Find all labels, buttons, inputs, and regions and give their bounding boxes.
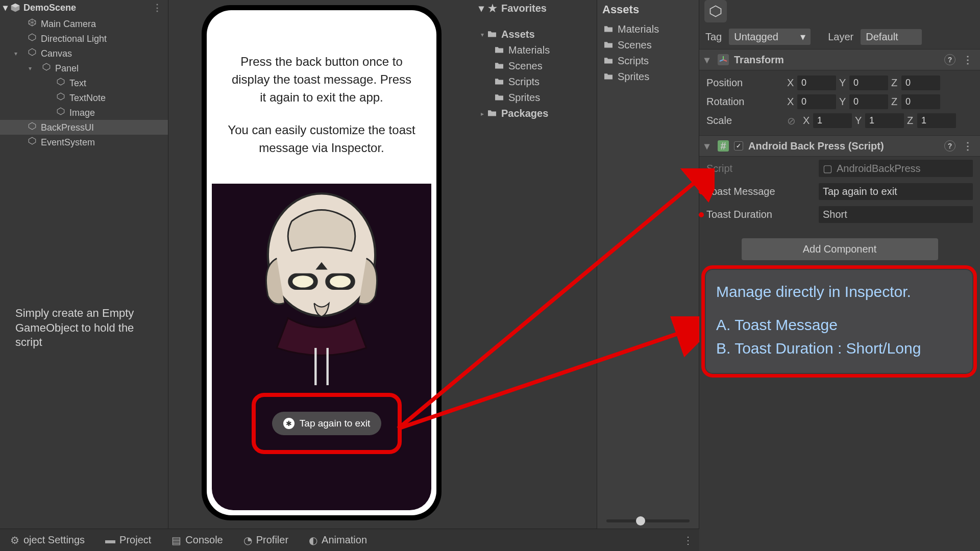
hierarchy-item-text[interactable]: Text bbox=[0, 76, 168, 90]
constrain-proportions-icon[interactable]: ⊘ bbox=[787, 115, 796, 127]
script-field-row: Script ▢ AndroidBackPress bbox=[699, 157, 980, 180]
svg-marker-11 bbox=[57, 108, 64, 115]
tab-profiler[interactable]: ◔Profiler bbox=[239, 531, 292, 549]
folder-icon bbox=[494, 92, 504, 104]
transform-icon bbox=[718, 54, 729, 65]
hierarchy-item-main-camera[interactable]: Main Camera bbox=[0, 16, 168, 31]
icon-size-slider[interactable] bbox=[606, 519, 690, 522]
scripts-folder[interactable]: Scripts bbox=[475, 74, 597, 90]
chevron-down-icon[interactable]: ▾ bbox=[478, 31, 487, 38]
hierarchy-item-image[interactable]: Image bbox=[0, 105, 168, 120]
chevron-down-icon[interactable]: ▾ bbox=[14, 50, 17, 57]
rotation-label: Rotation bbox=[706, 96, 783, 108]
hierarchy-item-label: Image bbox=[69, 108, 95, 118]
z-label: Z bbox=[891, 77, 899, 89]
bottom-tabs-menu-icon[interactable]: ⋮ bbox=[683, 534, 693, 546]
tab-project[interactable]: ▬Project bbox=[101, 531, 155, 549]
folder-label: Materials bbox=[508, 44, 550, 56]
svg-marker-9 bbox=[57, 78, 64, 85]
assets-folder[interactable]: ▾ Assets bbox=[475, 27, 597, 42]
hierarchy-item-label: Directional Light bbox=[41, 34, 107, 44]
position-x-input[interactable] bbox=[797, 76, 836, 90]
inspector-panel: Tag Untagged▾ Layer Default ▾ Transform … bbox=[699, 0, 980, 531]
tab-project-settings[interactable]: ⚙oject Settings bbox=[6, 531, 89, 549]
unity-logo-icon bbox=[10, 3, 20, 13]
transform-component-header[interactable]: ▾ Transform ? ⋮ bbox=[699, 49, 980, 70]
chevron-down-icon[interactable]: ▾ bbox=[479, 2, 484, 14]
hierarchy-note-text: Simply create an Empty GameObject to hol… bbox=[15, 306, 158, 350]
tag-label: Tag bbox=[705, 31, 722, 43]
layer-dropdown[interactable]: Default bbox=[861, 29, 922, 45]
gameobject-icon bbox=[28, 33, 37, 42]
folder-icon bbox=[494, 60, 504, 72]
grid-item-sprites[interactable]: Sprites bbox=[597, 69, 699, 85]
gameobject-icon bbox=[56, 107, 65, 116]
layer-label: Layer bbox=[828, 31, 853, 43]
phone-text-1: Press the back button once to display th… bbox=[227, 53, 416, 106]
gameobject-icon[interactable] bbox=[704, 0, 727, 22]
script-component-header[interactable]: ▾ # ✓ Android Back Press (Script) ? ⋮ bbox=[699, 135, 980, 157]
scenes-folder[interactable]: Scenes bbox=[475, 58, 597, 74]
position-y-input[interactable] bbox=[849, 76, 888, 90]
scale-label: Scale bbox=[706, 115, 783, 127]
chevron-down-icon[interactable]: ▾ bbox=[704, 140, 713, 152]
grid-item-scripts[interactable]: Scripts bbox=[597, 53, 699, 69]
script-reference-field[interactable]: ▢ AndroidBackPress bbox=[819, 160, 973, 177]
component-menu-icon[interactable]: ⋮ bbox=[961, 54, 975, 66]
favorites-header[interactable]: ▾ ★ Favorites bbox=[475, 0, 597, 16]
packages-folder[interactable]: ▸ Packages bbox=[475, 106, 597, 121]
grid-item-label: Scripts bbox=[618, 55, 649, 67]
phone-text-2: You can easily customize the toast messa… bbox=[227, 121, 416, 157]
rotation-z-input[interactable] bbox=[901, 94, 940, 109]
rotation-x-input[interactable] bbox=[797, 94, 836, 109]
tag-dropdown[interactable]: Untagged▾ bbox=[729, 29, 811, 45]
tab-animation[interactable]: ◐Animation bbox=[305, 531, 371, 549]
chevron-down-icon[interactable]: ▾ bbox=[29, 65, 32, 72]
tab-label: oject Settings bbox=[23, 534, 85, 546]
scale-z-input[interactable] bbox=[917, 113, 956, 128]
chevron-down-icon[interactable]: ▾ bbox=[704, 54, 713, 66]
hierarchy-item-directional-light[interactable]: Directional Light bbox=[0, 31, 168, 46]
tag-value: Untagged bbox=[734, 31, 778, 43]
hierarchy-item-eventsystem[interactable]: EventSystem bbox=[0, 135, 168, 149]
gameobject-icon bbox=[28, 47, 37, 57]
hierarchy-item-canvas[interactable]: ▾ Canvas bbox=[0, 46, 168, 61]
folder-icon bbox=[603, 39, 614, 51]
slider-thumb[interactable] bbox=[636, 516, 645, 525]
hierarchy-scene-header[interactable]: ▾ DemoScene ⋮ bbox=[0, 0, 168, 15]
z-label: Z bbox=[891, 96, 899, 108]
rotation-y-input[interactable] bbox=[849, 94, 888, 109]
scale-x-input[interactable] bbox=[813, 113, 852, 128]
grid-item-scenes[interactable]: Scenes bbox=[597, 37, 699, 53]
hierarchy-item-panel[interactable]: ▾ Panel bbox=[0, 61, 168, 76]
grid-item-materials[interactable]: Materials bbox=[597, 21, 699, 37]
toast-duration-dropdown[interactable]: Short bbox=[819, 206, 973, 223]
hierarchy-item-backpressui[interactable]: BackPressUI bbox=[0, 120, 168, 135]
project-grid-header: Assets bbox=[597, 0, 699, 21]
folder-label: Scripts bbox=[508, 76, 540, 88]
component-enabled-checkbox[interactable]: ✓ bbox=[734, 141, 743, 151]
folder-icon bbox=[494, 76, 504, 88]
transform-title: Transform bbox=[734, 54, 784, 66]
tab-label: Animation bbox=[322, 534, 367, 546]
position-z-input[interactable] bbox=[901, 76, 940, 90]
rotation-row: Rotation X Y Z bbox=[706, 92, 973, 111]
component-menu-icon[interactable]: ⋮ bbox=[961, 140, 975, 152]
profiler-icon: ◔ bbox=[243, 534, 252, 546]
chevron-right-icon[interactable]: ▸ bbox=[478, 110, 487, 117]
materials-folder[interactable]: Materials bbox=[475, 42, 597, 58]
help-icon[interactable]: ? bbox=[944, 54, 955, 65]
hierarchy-menu-icon[interactable]: ⋮ bbox=[150, 2, 165, 13]
sprites-folder[interactable]: Sprites bbox=[475, 90, 597, 106]
chevron-down-icon[interactable]: ▾ bbox=[3, 2, 10, 13]
hierarchy-item-textnote[interactable]: TextNote bbox=[0, 90, 168, 105]
tab-console[interactable]: ▤Console bbox=[167, 531, 227, 549]
toast-message-input[interactable] bbox=[819, 183, 973, 200]
help-icon[interactable]: ? bbox=[944, 140, 955, 152]
add-component-button[interactable]: Add Component bbox=[742, 238, 938, 260]
annotation-callout: Manage directly in Inspector. A. Toast M… bbox=[701, 265, 977, 378]
script-file-icon: ▢ bbox=[823, 162, 832, 174]
folder-label: Packages bbox=[501, 108, 548, 119]
project-tree-panel: ▾ ★ Favorites ▾ Assets Materials Scenes … bbox=[475, 0, 597, 531]
scale-y-input[interactable] bbox=[865, 113, 904, 128]
